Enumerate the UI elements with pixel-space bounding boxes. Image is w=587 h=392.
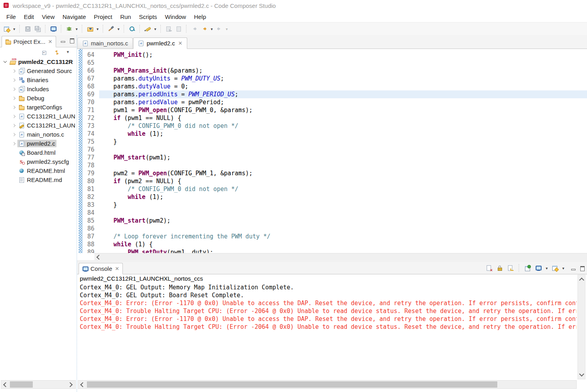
- code-line-81[interactable]: 81 /* CONFIG_PWM_0 did not open */: [83, 185, 587, 193]
- code-line-83[interactable]: 83 }: [83, 201, 587, 209]
- tree-item-cc1312r1-laun[interactable]: CC1312R1_LAUN: [0, 112, 77, 121]
- line-number[interactable]: 88: [83, 240, 99, 248]
- code-line-72[interactable]: 72 if (pwm1 == NULL) {: [83, 114, 587, 122]
- clear-console-button[interactable]: [485, 263, 493, 273]
- code-line-77[interactable]: 77 PWM_start(pwm1);: [83, 154, 587, 161]
- scroll-down-arrow-icon[interactable]: [579, 371, 584, 377]
- expand-arrow-icon[interactable]: [12, 142, 15, 145]
- menu-project[interactable]: Project: [90, 12, 116, 21]
- tree-item-binaries[interactable]: Binaries: [0, 75, 77, 84]
- expand-arrow-icon[interactable]: [12, 133, 15, 136]
- scrollbar-thumb[interactable]: [87, 381, 497, 388]
- tree-item-targetconfigs[interactable]: targetConfigs: [0, 103, 77, 112]
- minimize-view-button[interactable]: [570, 265, 576, 271]
- expand-arrow-icon[interactable]: [12, 114, 15, 118]
- dropdown-caret-icon[interactable]: ▾: [545, 266, 549, 270]
- code-line-64[interactable]: 64 PWM_init();: [83, 51, 587, 59]
- code-line-79[interactable]: 79 pwm2 = PWM_open(CONFIG_PWM_1, &params…: [83, 169, 587, 177]
- line-number[interactable]: 89: [83, 248, 99, 253]
- code-line-84[interactable]: 84: [83, 209, 587, 217]
- dropdown-caret-icon[interactable]: ▾: [96, 27, 100, 31]
- display-selected-console-button[interactable]: [534, 263, 543, 273]
- line-number[interactable]: 85: [83, 217, 99, 225]
- line-number[interactable]: 84: [83, 209, 99, 217]
- expand-arrow-icon[interactable]: [12, 105, 15, 109]
- line-number[interactable]: 73: [83, 122, 99, 130]
- scroll-up-arrow-icon[interactable]: [579, 278, 584, 283]
- line-number[interactable]: 71: [83, 106, 99, 114]
- menu-scripts[interactable]: Scripts: [135, 12, 161, 21]
- code-line-86[interactable]: 86: [83, 225, 587, 233]
- view-menu-button[interactable]: [65, 48, 73, 57]
- expand-arrow-icon[interactable]: [12, 96, 15, 99]
- code-line-87[interactable]: 87 /* Loop forever incrementing the PWM …: [83, 233, 587, 240]
- code-line-74[interactable]: 74 while (1);: [83, 130, 587, 138]
- line-number[interactable]: 76: [83, 146, 99, 154]
- new-button[interactable]: [2, 24, 11, 34]
- code-editor[interactable]: 64 PWM_init();6566 PWM_Params_init(&para…: [77, 49, 587, 253]
- scroll-lock-button[interactable]: [495, 263, 504, 273]
- menu-window[interactable]: Window: [161, 12, 190, 21]
- close-tab-icon[interactable]: ✕: [178, 40, 182, 46]
- code-line-65[interactable]: 65: [83, 59, 587, 67]
- line-number[interactable]: 75: [83, 138, 99, 146]
- target-configuration-button[interactable]: [49, 24, 58, 34]
- expand-arrow-icon[interactable]: [12, 78, 15, 81]
- code-line-68[interactable]: 68 params.dutyValue = 0;: [83, 83, 587, 90]
- code-line-88[interactable]: 88 while (1) {: [83, 240, 587, 248]
- build-button[interactable]: [107, 24, 115, 34]
- tree-item-generated-sourc[interactable]: Generated Sourc: [0, 66, 77, 75]
- dropdown-caret-icon[interactable]: ▾: [12, 27, 16, 31]
- line-number[interactable]: 86: [83, 225, 99, 233]
- line-number[interactable]: 79: [83, 169, 99, 177]
- close-icon[interactable]: ✕: [48, 39, 53, 45]
- dropdown-caret-icon[interactable]: ▾: [153, 27, 157, 31]
- dropdown-caret-icon[interactable]: ▾: [75, 27, 79, 31]
- tree-item-pwmled2-syscfg[interactable]: pwmled2.syscfg: [0, 157, 77, 166]
- line-number[interactable]: 70: [83, 98, 99, 106]
- code-line-70[interactable]: 70 params.periodValue = pwmPeriod;: [83, 98, 587, 106]
- scroll-left-arrow-icon[interactable]: [3, 382, 8, 387]
- tree-item-cc1312r1-laun[interactable]: CC1312R1_LAUN: [0, 121, 77, 130]
- dropdown-caret-icon[interactable]: ▾: [561, 266, 565, 270]
- line-number[interactable]: 82: [83, 193, 99, 201]
- code-line-89[interactable]: 89 PWM_setDuty(pwm1, duty);: [83, 248, 587, 253]
- code-area[interactable]: 64 PWM_init();6566 PWM_Params_init(&para…: [83, 49, 587, 253]
- scroll-left-arrow-icon[interactable]: [80, 382, 85, 387]
- tab-project-explorer[interactable]: Project Ex... ✕: [2, 36, 56, 47]
- minimize-view-button[interactable]: [60, 38, 66, 43]
- editor-hscrollbar[interactable]: [94, 253, 587, 260]
- tree-item-debug[interactable]: Debug: [0, 94, 77, 103]
- expand-arrow-icon[interactable]: [12, 69, 15, 72]
- import-button[interactable]: [86, 24, 94, 34]
- line-number[interactable]: 72: [83, 114, 99, 122]
- expand-arrow-icon[interactable]: [12, 124, 15, 127]
- line-number[interactable]: 65: [83, 59, 99, 67]
- maximize-view-button[interactable]: [69, 38, 75, 43]
- tree-item-pwmled2-cc1312r[interactable]: pwmled2_CC1312R: [0, 57, 77, 66]
- code-line-76[interactable]: 76: [83, 146, 587, 154]
- dropdown-caret-icon[interactable]: ▾: [210, 27, 214, 31]
- menu-navigate[interactable]: Navigate: [58, 12, 90, 21]
- console-vscrollbar[interactable]: [578, 275, 585, 379]
- tree-item-readme-html[interactable]: README.html: [0, 166, 77, 175]
- word-wrap-button[interactable]: [506, 263, 515, 273]
- tree-item-includes[interactable]: Includes: [0, 84, 77, 94]
- code-line-66[interactable]: 66 PWM_Params_init(&params);: [83, 67, 587, 75]
- tree-item-main-nortos-c[interactable]: main_nortos.c: [0, 130, 77, 139]
- expand-arrow-icon[interactable]: [12, 87, 15, 90]
- close-icon[interactable]: ✕: [115, 266, 119, 272]
- line-number[interactable]: 77: [83, 154, 99, 161]
- console-hscrollbar[interactable]: [78, 380, 577, 389]
- explorer-hscrollbar[interactable]: [1, 380, 76, 389]
- code-line-85[interactable]: 85 PWM_start(pwm2);: [83, 217, 587, 225]
- code-line-75[interactable]: 75 }: [83, 138, 587, 146]
- collapse-all-button[interactable]: [40, 48, 49, 57]
- menu-run[interactable]: Run: [116, 12, 135, 21]
- project-tree[interactable]: pwmled2_CC1312RGenerated SourcBinariesIn…: [0, 57, 77, 379]
- line-number[interactable]: 78: [83, 161, 99, 169]
- maximize-view-button[interactable]: [579, 265, 585, 271]
- debug-button[interactable]: [65, 24, 73, 34]
- line-number[interactable]: 80: [83, 177, 99, 185]
- scroll-left-arrow-icon[interactable]: [96, 255, 102, 260]
